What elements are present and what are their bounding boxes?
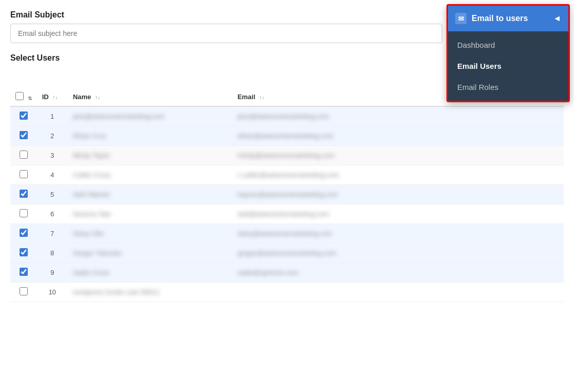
row-checkbox[interactable] xyxy=(20,131,28,139)
row-checkbox[interactable] xyxy=(20,248,28,256)
email-subject-input[interactable] xyxy=(10,24,442,43)
row-email: mindy@awesomemarketing.com xyxy=(232,146,564,165)
row-email: gregor@awesomemarketing.com xyxy=(232,244,564,263)
row-id: 4 xyxy=(37,165,68,185)
row-id: 8 xyxy=(37,244,68,263)
table-row: 5Seth Warnerhaynes@awesomemarketing.com xyxy=(10,185,564,204)
table-row: 7Daisy Ottodaisy@awesomemarketing.com xyxy=(10,224,564,244)
row-checkbox-cell[interactable] xyxy=(10,126,37,146)
dropdown-title: Email to users xyxy=(472,14,528,23)
table-row: 3Mindy Taylormindy@awesomemarketing.com xyxy=(10,146,564,165)
dropdown-body: Dashboard Email Users Email Roles xyxy=(448,31,568,101)
row-checkbox[interactable] xyxy=(20,229,28,237)
row-checkbox-cell[interactable] xyxy=(10,244,37,263)
row-email xyxy=(232,283,564,302)
row-checkbox[interactable] xyxy=(20,151,28,159)
row-email: daisy@awesomemarketing.com xyxy=(232,224,564,244)
row-checkbox-cell[interactable] xyxy=(10,185,37,204)
row-id: 6 xyxy=(37,204,68,224)
sort-icon-name: ↑↓ xyxy=(95,95,100,100)
row-id: 5 xyxy=(37,185,68,204)
table-row: 9Sadie Crosssadie@ayhome.com xyxy=(10,263,564,283)
row-checkbox-cell[interactable] xyxy=(10,263,37,283)
row-checkbox-cell[interactable] xyxy=(10,106,37,126)
row-id: 7 xyxy=(37,224,68,244)
row-email: jane@awesomemarketing.com xyxy=(232,106,564,126)
row-name: Ethan Cruz xyxy=(68,126,232,146)
table-row: 4Caitlin Crossc.caitlin@awesomemarketing… xyxy=(10,165,564,185)
col-header-id[interactable]: ID ↑↓ xyxy=(37,88,68,106)
row-checkbox[interactable] xyxy=(20,111,28,120)
table-row: 6Deanna Tatestati@awesomemarketing.com xyxy=(10,204,564,224)
row-email: c.caitlin@awesomemarketing.com xyxy=(232,165,564,185)
email-icon: ✉ xyxy=(455,13,467,24)
row-email: haynes@awesomemarketing.com xyxy=(232,185,564,204)
row-checkbox[interactable] xyxy=(20,209,28,217)
row-email: ethan@awesomemarketing.com xyxy=(232,126,564,146)
row-name: wordpress hunter user 80011 xyxy=(68,283,232,302)
dropdown-arrow-icon: ◄ xyxy=(553,14,561,23)
dropdown-item-email-roles[interactable]: Email Roles xyxy=(448,77,568,98)
dropdown-header-left: ✉ Email to users xyxy=(455,13,528,24)
row-checkbox-cell[interactable] xyxy=(10,165,37,185)
select-all-checkbox[interactable] xyxy=(15,92,24,100)
row-id: 2 xyxy=(37,126,68,146)
row-checkbox[interactable] xyxy=(20,170,28,178)
row-checkbox[interactable] xyxy=(20,190,28,198)
row-checkbox-cell[interactable] xyxy=(10,204,37,224)
row-email: stati@awesomemarketing.com xyxy=(232,204,564,224)
table-row: 2Ethan Cruzethan@awesomemarketing.com xyxy=(10,126,564,146)
row-name: jane@awesomemarketing.com xyxy=(68,106,232,126)
row-name: Gregor Yakovlev xyxy=(68,244,232,263)
row-name: Daisy Otto xyxy=(68,224,232,244)
sort-icon-email: ↑↓ xyxy=(259,95,264,100)
row-checkbox-cell[interactable] xyxy=(10,283,37,302)
row-name: Seth Warner xyxy=(68,185,232,204)
row-name: Mindy Taylor xyxy=(68,146,232,165)
dropdown-item-dashboard[interactable]: Dashboard xyxy=(448,34,568,55)
dropdown-menu: ✉ Email to users ◄ Dashboard Email Users… xyxy=(446,4,570,102)
table-row: 1jane@awesomemarketing.comjane@awesomema… xyxy=(10,106,564,126)
table-body: 1jane@awesomemarketing.comjane@awesomema… xyxy=(10,106,564,302)
col-header-name[interactable]: Name ↑↓ xyxy=(68,88,232,106)
users-table: ⇅ ID ↑↓ Name ↑↓ Email ↑↓ 1jane@awesomema… xyxy=(10,88,564,302)
row-id: 1 xyxy=(37,106,68,126)
row-id: 10 xyxy=(37,283,68,302)
table-row: 10wordpress hunter user 80011 xyxy=(10,283,564,302)
row-email: sadie@ayhome.com xyxy=(232,263,564,283)
dropdown-item-email-users[interactable]: Email Users xyxy=(448,55,568,77)
row-checkbox-cell[interactable] xyxy=(10,146,37,165)
row-id: 3 xyxy=(37,146,68,165)
table-row: 8Gregor Yakovlevgregor@awesomemarketing.… xyxy=(10,244,564,263)
dropdown-header[interactable]: ✉ Email to users ◄ xyxy=(448,6,568,31)
row-checkbox[interactable] xyxy=(20,268,28,276)
sort-icon-id: ↑↓ xyxy=(52,95,58,100)
row-name: Caitlin Cross xyxy=(68,165,232,185)
row-name: Deanna Tate xyxy=(68,204,232,224)
row-checkbox-cell[interactable] xyxy=(10,224,37,244)
select-all-checkbox-header[interactable]: ⇅ xyxy=(10,88,37,106)
sort-icon-checkbox: ⇅ xyxy=(28,96,32,101)
row-id: 9 xyxy=(37,263,68,283)
row-checkbox[interactable] xyxy=(20,287,28,295)
row-name: Sadie Cross xyxy=(68,263,232,283)
page-container: Email Subject Select Users Search: ⇅ ID … xyxy=(0,0,574,392)
